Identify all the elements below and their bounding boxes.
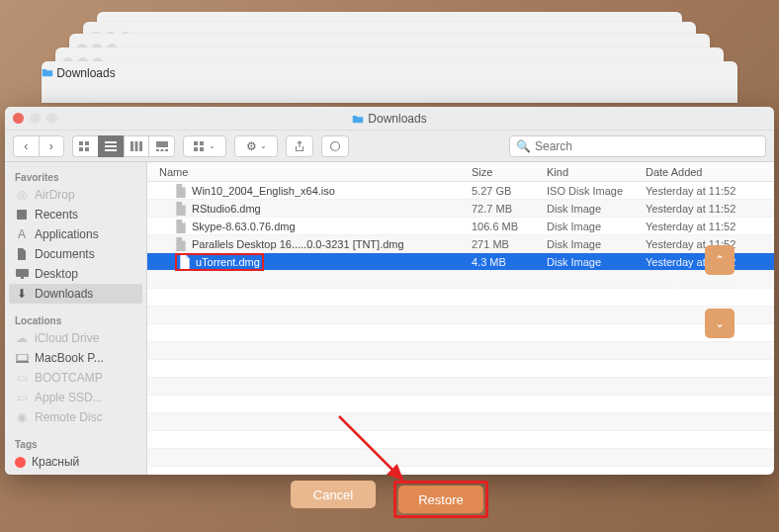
- empty-row: [147, 360, 774, 378]
- svg-rect-3: [85, 147, 89, 151]
- sidebar-item-applications[interactable]: A Applications: [5, 224, 146, 244]
- svg-rect-4: [105, 141, 117, 143]
- sidebar-item-icloud[interactable]: ☁ iCloud Drive: [5, 328, 146, 348]
- sidebar-item-macbook[interactable]: MacBook P...: [5, 348, 146, 368]
- sidebar-item-recents[interactable]: Recents: [5, 205, 146, 224]
- svg-point-18: [331, 141, 340, 150]
- file-name: RStudio6.dmg: [192, 203, 261, 215]
- sidebar-item-bootcamp[interactable]: ▭ BOOTCAMP: [5, 368, 146, 388]
- gear-icon: ⚙: [246, 139, 257, 153]
- disc-icon: ◉: [15, 410, 29, 424]
- svg-rect-0: [79, 141, 83, 145]
- file-date: Yesterday at 11:52: [646, 185, 774, 197]
- stacked-window: Downloads: [42, 61, 737, 103]
- file-name: Parallels Desktop 16.....0.0-3231 [TNT].…: [192, 238, 404, 250]
- file-size: 106.6 MB: [472, 221, 547, 232]
- sidebar-item-airdrop[interactable]: ◎ AirDrop: [5, 185, 146, 205]
- column-name[interactable]: Name: [147, 166, 472, 178]
- view-columns-button[interactable]: [124, 135, 149, 157]
- tag-dot-icon: [15, 457, 26, 468]
- svg-rect-9: [139, 141, 142, 151]
- laptop-icon: [15, 351, 29, 365]
- close-icon[interactable]: [13, 113, 24, 124]
- svg-rect-5: [105, 145, 117, 147]
- cloud-icon: ☁: [15, 331, 29, 345]
- sidebar-section-locations: Locations: [5, 311, 146, 328]
- sidebar-item-downloads[interactable]: ⬇ Downloads: [9, 284, 142, 304]
- file-kind: Disk Image: [547, 238, 646, 250]
- column-size[interactable]: Size: [472, 166, 547, 178]
- column-date[interactable]: Date Added: [646, 166, 774, 178]
- file-kind: Disk Image: [547, 256, 646, 268]
- timeline-up-button[interactable]: ⌃: [705, 245, 735, 275]
- window-title: Downloads: [368, 112, 426, 126]
- chevron-up-icon: ⌃: [715, 253, 725, 267]
- applications-icon: A: [15, 227, 29, 241]
- recents-icon: [15, 208, 29, 222]
- view-icons-button[interactable]: [72, 135, 98, 157]
- svg-rect-12: [160, 149, 163, 151]
- sidebar-item-desktop[interactable]: Desktop: [5, 264, 146, 284]
- timeline-down-button[interactable]: ⌄: [705, 309, 735, 338]
- search-icon: 🔍: [516, 139, 531, 153]
- file-row[interactable]: RStudio6.dmg72.7 MBDisk ImageYesterday a…: [147, 200, 774, 218]
- restore-highlight: Restore: [393, 481, 488, 518]
- back-button[interactable]: ‹: [13, 135, 39, 157]
- forward-button[interactable]: ›: [39, 135, 65, 157]
- sidebar-item-documents[interactable]: Documents: [5, 244, 146, 264]
- columns-icon: [130, 141, 142, 151]
- empty-row: [147, 342, 774, 360]
- file-name: uTorrent.dmg: [196, 256, 260, 268]
- sidebar-item-label: Downloads: [35, 287, 93, 301]
- file-row[interactable]: Win10_2004_English_x64.iso5.27 GBISO Dis…: [147, 182, 774, 200]
- search-field[interactable]: 🔍: [509, 135, 766, 157]
- svg-rect-6: [105, 149, 117, 151]
- svg-rect-11: [156, 149, 159, 151]
- action-button[interactable]: ⚙ ⌄: [234, 135, 278, 157]
- chevron-right-icon: ›: [49, 139, 53, 153]
- restore-button[interactable]: Restore: [398, 486, 483, 513]
- maximize-icon[interactable]: [46, 113, 57, 124]
- share-button[interactable]: [286, 135, 313, 157]
- search-input[interactable]: [535, 139, 759, 153]
- cancel-button[interactable]: Cancel: [291, 481, 376, 508]
- svg-rect-16: [194, 147, 198, 151]
- svg-rect-23: [16, 361, 29, 363]
- group-icon: [194, 141, 206, 151]
- empty-row: [147, 396, 774, 413]
- group-by-button[interactable]: ⌄: [183, 135, 226, 157]
- svg-rect-17: [200, 147, 204, 151]
- sidebar-tag-red[interactable]: Красный: [5, 452, 146, 472]
- sidebar: Favorites ◎ AirDrop Recents A Applicatio…: [5, 162, 147, 475]
- view-list-button[interactable]: [98, 135, 124, 157]
- sidebar-section-tags: Tags: [5, 435, 146, 452]
- documents-icon: [15, 247, 29, 261]
- sidebar-item-label: Красный: [32, 455, 79, 469]
- empty-row: [147, 431, 774, 449]
- sidebar-item-applessd[interactable]: ▭ Apple SSD...: [5, 388, 146, 407]
- sidebar-item-label: Applications: [35, 227, 99, 241]
- file-kind: Disk Image: [547, 221, 646, 232]
- file-name: Win10_2004_English_x64.iso: [192, 185, 335, 197]
- chevron-down-icon: ⌄: [715, 316, 725, 330]
- column-kind[interactable]: Kind: [547, 166, 646, 178]
- sidebar-item-label: BOOTCAMP: [35, 371, 103, 385]
- minimize-icon[interactable]: [30, 113, 41, 124]
- view-gallery-button[interactable]: [148, 135, 175, 157]
- chevron-down-icon: ⌄: [209, 141, 216, 150]
- sidebar-item-label: Documents: [35, 247, 95, 261]
- bottom-bar: Cancel Restore: [0, 481, 779, 518]
- sidebar-item-label: Apple SSD...: [35, 391, 103, 404]
- empty-row: [147, 467, 774, 475]
- file-row[interactable]: Skype-8.63.0.76.dmg106.6 MBDisk ImageYes…: [147, 218, 774, 235]
- share-icon: [295, 140, 304, 152]
- tags-button[interactable]: [321, 135, 349, 157]
- sidebar-item-label: AirDrop: [35, 188, 75, 202]
- svg-rect-15: [200, 141, 204, 145]
- sidebar-item-remotedisc[interactable]: ◉ Remote Disc: [5, 407, 146, 427]
- grid-icon: [79, 141, 91, 151]
- sidebar-item-label: Recents: [35, 208, 78, 222]
- svg-rect-10: [156, 141, 168, 147]
- svg-rect-19: [17, 210, 27, 220]
- sidebar-item-label: Desktop: [35, 267, 78, 281]
